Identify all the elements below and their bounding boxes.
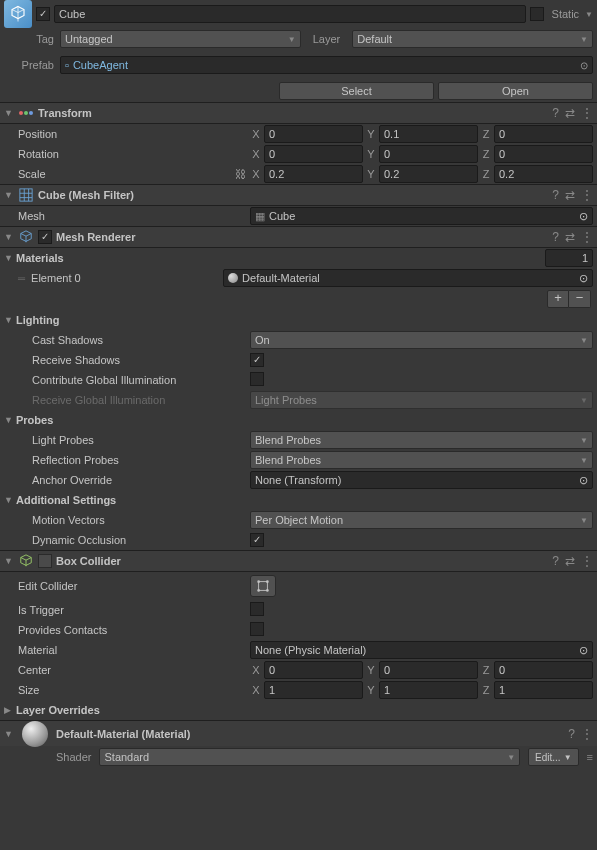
static-checkbox[interactable]: [530, 7, 544, 21]
mesh-icon: ▦: [255, 210, 265, 223]
size-y-input[interactable]: [379, 681, 478, 699]
z-label: Z: [480, 128, 492, 140]
probes-label: Probes: [16, 414, 53, 426]
foldout-icon[interactable]: ▼: [4, 253, 14, 263]
physic-material-field[interactable]: None (Physic Material)⊙: [250, 641, 593, 659]
menu-icon[interactable]: ≡: [587, 751, 593, 763]
reflection-probes-dropdown[interactable]: Blend Probes▼: [250, 451, 593, 469]
foldout-icon[interactable]: ▼: [4, 495, 14, 505]
edit-button[interactable]: Edit...▼: [528, 748, 579, 766]
foldout-icon[interactable]: ▼: [4, 415, 14, 425]
help-icon[interactable]: ?: [552, 188, 559, 202]
preset-icon[interactable]: ⇄: [565, 554, 575, 568]
foldout-icon[interactable]: ▼: [4, 190, 14, 200]
svg-point-8: [257, 589, 260, 592]
is-trigger-checkbox[interactable]: [250, 602, 264, 616]
menu-icon[interactable]: ⋮: [581, 106, 593, 120]
position-y-input[interactable]: [379, 125, 478, 143]
object-picker-icon[interactable]: ⊙: [579, 644, 588, 657]
scale-y-input[interactable]: [379, 165, 478, 183]
object-picker-icon[interactable]: ⊙: [579, 272, 588, 285]
light-probes-dropdown[interactable]: Blend Probes▼: [250, 431, 593, 449]
open-button[interactable]: Open: [438, 82, 593, 100]
center-z-input[interactable]: [494, 661, 593, 679]
layer-dropdown[interactable]: Default▼: [352, 30, 593, 48]
contribute-gi-checkbox[interactable]: [250, 372, 264, 386]
anchor-override-field[interactable]: None (Transform)⊙: [250, 471, 593, 489]
size-x-input[interactable]: [264, 681, 363, 699]
foldout-icon[interactable]: ▶: [4, 705, 14, 715]
provides-contacts-label: Provides Contacts: [4, 624, 250, 636]
cast-shadows-dropdown[interactable]: On▼: [250, 331, 593, 349]
box-collider-icon: [18, 553, 34, 569]
layer-overrides-label: Layer Overrides: [16, 704, 100, 716]
is-trigger-label: Is Trigger: [4, 604, 250, 616]
edit-collider-button[interactable]: [250, 575, 276, 597]
shader-dropdown[interactable]: Standard▼: [99, 748, 520, 766]
center-x-input[interactable]: [264, 661, 363, 679]
enable-checkbox[interactable]: [38, 230, 52, 244]
materials-label: Materials: [16, 252, 64, 264]
scale-x-input[interactable]: [264, 165, 363, 183]
foldout-icon[interactable]: ▼: [4, 108, 14, 118]
add-button[interactable]: +: [547, 290, 569, 308]
object-picker-icon[interactable]: ⊙: [580, 60, 588, 71]
help-icon[interactable]: ?: [568, 727, 575, 741]
foldout-icon[interactable]: ▼: [4, 232, 14, 242]
static-dropdown-icon[interactable]: ▼: [585, 10, 593, 19]
link-icon[interactable]: ⛓: [235, 168, 246, 180]
foldout-icon[interactable]: ▼: [4, 315, 14, 325]
material-slot[interactable]: Default-Material ⊙: [223, 269, 593, 287]
tag-dropdown[interactable]: Untagged▼: [60, 30, 301, 48]
menu-icon[interactable]: ⋮: [581, 188, 593, 202]
dynamic-occlusion-label: Dynamic Occlusion: [4, 534, 250, 546]
menu-icon[interactable]: ⋮: [581, 554, 593, 568]
object-picker-icon[interactable]: ⊙: [579, 474, 588, 487]
materials-count[interactable]: 1: [545, 249, 593, 267]
position-x-input[interactable]: [264, 125, 363, 143]
rotation-y-input[interactable]: [379, 145, 478, 163]
select-button[interactable]: Select: [279, 82, 434, 100]
menu-icon[interactable]: ⋮: [581, 727, 593, 741]
rotation-x-input[interactable]: [264, 145, 363, 163]
light-probes-label: Light Probes: [4, 434, 250, 446]
foldout-icon[interactable]: ▼: [4, 556, 14, 566]
edit-collider-label: Edit Collider: [4, 580, 250, 592]
size-z-input[interactable]: [494, 681, 593, 699]
motion-vectors-dropdown[interactable]: Per Object Motion▼: [250, 511, 593, 529]
z-label: Z: [480, 684, 492, 696]
mesh-field[interactable]: ▦ Cube ⊙: [250, 207, 593, 225]
svg-point-9: [266, 589, 269, 592]
help-icon[interactable]: ?: [552, 554, 559, 568]
help-icon[interactable]: ?: [552, 230, 559, 244]
element-label: Element 0: [31, 272, 217, 284]
enable-checkbox[interactable]: [38, 554, 52, 568]
y-label: Y: [365, 684, 377, 696]
preset-icon[interactable]: ⇄: [565, 188, 575, 202]
x-label: X: [250, 148, 262, 160]
position-z-input[interactable]: [494, 125, 593, 143]
svg-rect-0: [20, 189, 32, 201]
prefab-icon: ▫: [65, 59, 69, 71]
size-label: Size: [4, 684, 250, 696]
provides-contacts-checkbox[interactable]: [250, 622, 264, 636]
drag-handle-icon[interactable]: ═: [4, 273, 25, 284]
receive-shadows-checkbox[interactable]: [250, 353, 264, 367]
prefab-field[interactable]: ▫ CubeAgent ⊙: [60, 56, 593, 74]
name-field[interactable]: [54, 5, 526, 23]
menu-icon[interactable]: ⋮: [581, 230, 593, 244]
prefab-label: Prefab: [4, 59, 54, 71]
preset-icon[interactable]: ⇄: [565, 230, 575, 244]
preset-icon[interactable]: ⇄: [565, 106, 575, 120]
active-checkbox[interactable]: [36, 7, 50, 21]
remove-button[interactable]: −: [569, 290, 591, 308]
scale-z-input[interactable]: [494, 165, 593, 183]
center-y-input[interactable]: [379, 661, 478, 679]
rotation-z-input[interactable]: [494, 145, 593, 163]
static-label: Static: [552, 8, 580, 20]
scale-label: Scale⛓: [4, 168, 250, 180]
help-icon[interactable]: ?: [552, 106, 559, 120]
foldout-icon[interactable]: ▼: [4, 729, 14, 739]
dynamic-occlusion-checkbox[interactable]: [250, 533, 264, 547]
object-picker-icon[interactable]: ⊙: [579, 210, 588, 223]
